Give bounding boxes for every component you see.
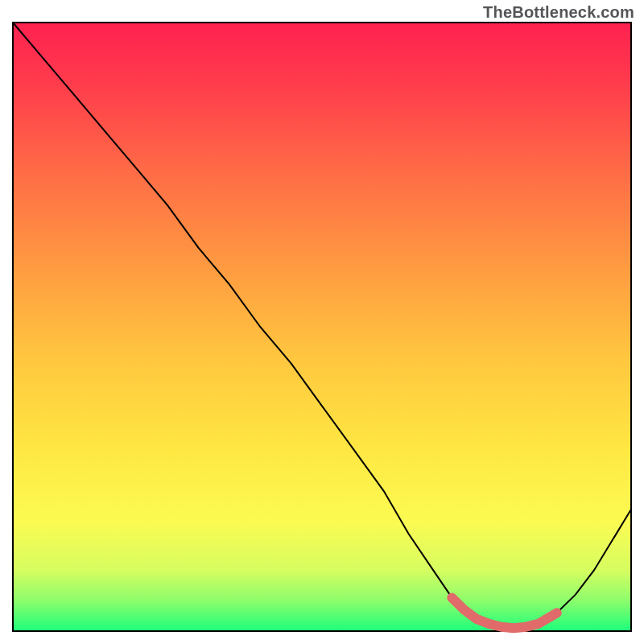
bottleneck-chart	[0, 0, 644, 644]
plot-area	[13, 23, 631, 631]
watermark-text: TheBottleneck.com	[483, 3, 634, 22]
chart-canvas: TheBottleneck.com	[0, 0, 644, 644]
